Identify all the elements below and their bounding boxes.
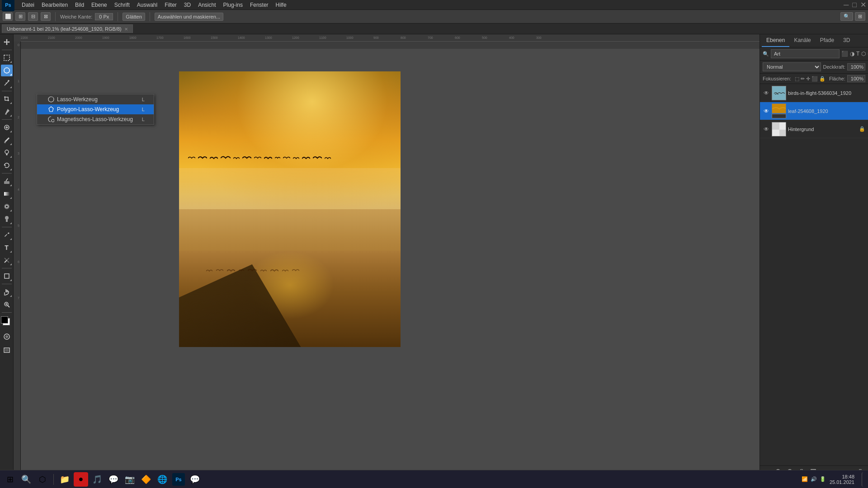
opacity-input[interactable] (847, 63, 865, 70)
taskbar: ⊞ 🔍 ⬡ 📁 ● 🎵 💬 📷 🔶 🌐 Ps 💬 📶 🔊 🔋 18:48 25.… (0, 470, 868, 488)
document-tab[interactable]: Unbenannt-1 bei 20,1% (leaf-254608_1920,… (2, 24, 133, 33)
layer-item-leaf[interactable]: 👁 leaf-254608_1920 (760, 102, 868, 120)
intersect-selection-btn[interactable]: ⊠ (41, 12, 51, 21)
menu-ansicht[interactable]: Ansicht (194, 1, 219, 9)
move-tool[interactable] (1, 36, 13, 48)
taskbar-app-2[interactable]: ● (74, 472, 88, 487)
menu-datei[interactable]: Datei (18, 1, 38, 9)
taskbar-photoshop[interactable]: Ps (171, 472, 186, 487)
lock-position-btn[interactable]: ✛ (806, 76, 810, 82)
maximize-btn[interactable]: □ (852, 1, 857, 9)
polygon-lasso-werkzeug-item[interactable]: Polygon-Lasso-Werkzeug L (37, 104, 154, 114)
magic-wand-tool[interactable] (1, 77, 13, 89)
taskbar-app-4[interactable]: 💬 (106, 472, 121, 487)
polygon-lasso-icon (48, 106, 54, 113)
lasso-tool[interactable] (1, 65, 13, 76)
magnetisches-lasso-werkzeug-item[interactable]: Magnetisches-Lasso-Werkzeug L (37, 114, 154, 124)
blend-mode-select[interactable]: Normal (763, 62, 821, 71)
add-selection-btn[interactable]: ⊞ (15, 12, 25, 21)
menu-bearbeiten[interactable]: Bearbeiten (38, 1, 71, 9)
minimize-btn[interactable]: ─ (844, 1, 849, 9)
canvas-content[interactable]: Lasso-Werkzeug L Polygon-Lasso-Werkzeug … (21, 49, 760, 479)
lasso-werkzeug-item[interactable]: Lasso-Werkzeug L (37, 94, 154, 104)
gradient-tool[interactable] (1, 188, 13, 200)
layer-visibility-hintergrund[interactable]: 👁 (763, 126, 770, 133)
screen-mode-btn[interactable] (1, 344, 13, 356)
search-btn[interactable]: 🔍 (19, 472, 33, 487)
taskbar-explorer[interactable]: 📁 (57, 472, 72, 487)
menu-schrift[interactable]: Schrift (111, 1, 133, 9)
brush-tool[interactable] (1, 134, 13, 146)
taskbar-clock[interactable]: 18:48 25.01.2021 (830, 474, 858, 485)
menu-auswahl[interactable]: Auswahl (133, 1, 161, 9)
menu-bild[interactable]: Bild (71, 1, 88, 9)
menu-hilfe[interactable]: Hilfe (272, 1, 290, 9)
tab-ebenen[interactable]: Ebenen (762, 34, 789, 47)
quick-mask-btn[interactable] (1, 331, 13, 343)
layer-item-birds[interactable]: 👁 birds-in-flight-5366034_1920 (760, 84, 868, 102)
auswaehlen-maskieren-btn[interactable]: Auswählen und maskieren... (155, 13, 223, 21)
svg-point-1 (8, 80, 9, 81)
sys-network: 📶 (802, 476, 808, 482)
color-picker[interactable] (1, 316, 13, 328)
layer-search-input[interactable] (771, 49, 840, 58)
filter-text-btn[interactable]: T (856, 49, 859, 58)
new-selection-btn[interactable]: ⬜ (3, 12, 13, 21)
layer-visibility-birds[interactable]: 👁 (763, 89, 770, 97)
tab-3d[interactable]: 3D (839, 34, 854, 47)
birds-row-2-reflection (206, 268, 299, 273)
subtract-selection-btn[interactable]: ⊟ (28, 12, 38, 21)
filter-kind-btn[interactable]: ⬛ (841, 49, 848, 58)
menu-ebene[interactable]: Ebene (88, 1, 111, 9)
taskbar-chrome[interactable]: 🌐 (155, 472, 170, 487)
clone-tool[interactable] (1, 147, 13, 159)
show-desktop-btn[interactable] (862, 472, 865, 487)
taskbar-app-6[interactable]: 🔶 (139, 472, 153, 487)
menu-plugins[interactable]: Plug-ins (220, 1, 246, 9)
filter-shape-btn[interactable]: ⬡ (861, 49, 866, 58)
blur-tool[interactable] (1, 201, 13, 212)
glatten-btn[interactable]: Glätten (123, 13, 145, 21)
taskbar-app-3[interactable]: 🎵 (90, 472, 104, 487)
path-select-tool[interactable] (1, 254, 13, 266)
zoom-tool[interactable] (1, 299, 13, 310)
fill-input[interactable] (847, 75, 865, 82)
filter-adj-btn[interactable]: ◑ (850, 49, 854, 58)
eyedropper-tool[interactable] (1, 106, 13, 117)
rect-select-tool[interactable] (1, 52, 13, 64)
tab-pfade[interactable]: Pfade (816, 34, 839, 47)
eraser-tool[interactable] (1, 175, 13, 187)
layer-item-hintergrund[interactable]: 👁 Hintergrund 🔒 (760, 120, 868, 138)
crop-tool[interactable] (1, 93, 13, 105)
svg-line-14 (8, 305, 9, 307)
layer-lock-icon: 🔒 (859, 126, 865, 132)
search-btn[interactable]: 🔍 (840, 12, 853, 21)
menu-fenster[interactable]: Fenster (246, 1, 272, 9)
menu-3d[interactable]: 3D (180, 1, 194, 9)
weiche-kante-input[interactable] (95, 13, 113, 20)
menu-filter[interactable]: Filter (161, 1, 180, 9)
close-btn[interactable]: ✕ (860, 0, 866, 9)
layer-visibility-leaf[interactable]: 👁 (763, 108, 770, 115)
layer-thumb-group-leaf (772, 103, 786, 118)
lock-transparent-btn[interactable]: ⬚ (795, 76, 799, 82)
pen-tool[interactable] (1, 229, 13, 241)
workspace-btn[interactable]: ⊞ (855, 12, 865, 21)
heal-tool[interactable] (1, 122, 13, 133)
taskbar-app-5[interactable]: 📷 (123, 472, 137, 487)
taskbar-app-chat[interactable]: 💬 (188, 472, 202, 487)
text-tool[interactable]: T (1, 242, 13, 253)
hand-tool[interactable] (1, 286, 13, 298)
dodge-tool[interactable] (1, 213, 13, 225)
tab-close-btn[interactable]: ✕ (124, 27, 128, 32)
tab-kanaele[interactable]: Kanäle (789, 34, 815, 47)
magnetic-lasso-icon (48, 116, 54, 122)
shape-tool[interactable] (1, 270, 13, 282)
task-view-btn[interactable]: ⬡ (35, 472, 50, 487)
start-btn[interactable]: ⊞ (3, 472, 17, 487)
lock-image-btn[interactable]: ✏ (801, 76, 805, 82)
lock-artboard-btn[interactable]: ⬛ (811, 76, 818, 82)
history-brush-tool[interactable] (1, 160, 13, 171)
app-icon: Ps (2, 0, 14, 11)
lock-all-btn[interactable]: 🔒 (819, 76, 826, 82)
